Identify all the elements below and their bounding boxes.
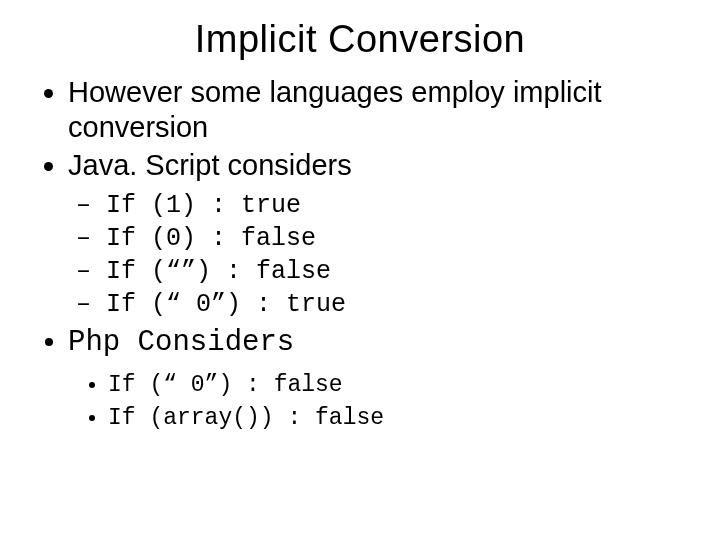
bullet-list: However some languages employ implicit c… [50, 75, 690, 435]
js-example-1: If (1) : true [76, 189, 690, 222]
php-example-2: If (array()) : false [108, 402, 690, 435]
js-example-3: If (“”) : false [76, 255, 690, 288]
bullet-1: However some languages employ implicit c… [68, 75, 690, 146]
bullet-2: Java. Script considers If (1) : true If … [68, 148, 690, 321]
bullet-3: Php Considers If (“ 0”) : false If (arra… [68, 325, 690, 435]
slide-title: Implicit Conversion [30, 18, 690, 61]
bullet-3-text: Php Considers [68, 326, 294, 359]
js-example-2: If (0) : false [76, 222, 690, 255]
slide: Implicit Conversion However some languag… [0, 0, 720, 540]
bullet-2-text: Java. Script considers [68, 149, 352, 181]
php-example-1: If (“ 0”) : false [108, 369, 690, 402]
php-example-list: If (“ 0”) : false If (array()) : false [90, 369, 690, 436]
js-example-4: If (“ 0”) : true [76, 288, 690, 321]
js-example-list: If (1) : true If (0) : false If (“”) : f… [76, 189, 690, 321]
